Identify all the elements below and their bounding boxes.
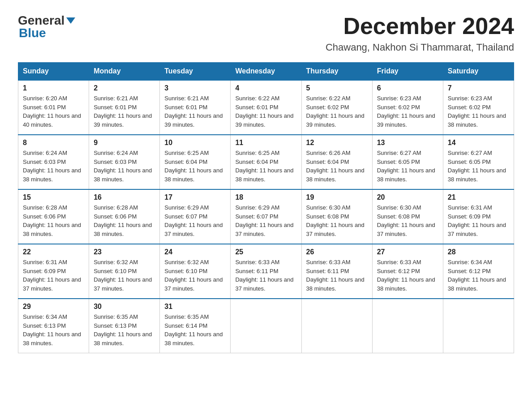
- calendar-cell: 27 Sunrise: 6:33 AMSunset: 6:12 PMDaylig…: [372, 244, 443, 299]
- calendar-cell: 28 Sunrise: 6:34 AMSunset: 6:12 PMDaylig…: [443, 244, 514, 299]
- page-header: General Blue December 2024 Chawang, Nakh…: [18, 13, 514, 53]
- calendar-cell: 30 Sunrise: 6:35 AMSunset: 6:13 PMDaylig…: [89, 299, 160, 353]
- calendar-week-row: 22 Sunrise: 6:31 AMSunset: 6:09 PMDaylig…: [18, 244, 514, 299]
- day-info: Sunrise: 6:30 AMSunset: 6:08 PMDaylight:…: [306, 203, 368, 238]
- day-number: 6: [377, 84, 438, 92]
- day-info: Sunrise: 6:33 AMSunset: 6:12 PMDaylight:…: [377, 258, 438, 293]
- day-number: 24: [164, 248, 226, 256]
- day-number: 10: [164, 139, 226, 147]
- day-info: Sunrise: 6:27 AMSunset: 6:05 PMDaylight:…: [377, 149, 438, 184]
- calendar-cell: 26 Sunrise: 6:33 AMSunset: 6:11 PMDaylig…: [301, 244, 372, 299]
- day-info: Sunrise: 6:21 AMSunset: 6:01 PMDaylight:…: [164, 94, 226, 129]
- weekday-header-wednesday: Wednesday: [231, 63, 301, 81]
- day-info: Sunrise: 6:21 AMSunset: 6:01 PMDaylight:…: [94, 94, 155, 129]
- day-number: 7: [448, 84, 509, 92]
- day-info: Sunrise: 6:22 AMSunset: 6:02 PMDaylight:…: [306, 94, 368, 129]
- calendar-cell: [372, 299, 443, 353]
- day-number: 23: [94, 248, 155, 256]
- day-info: Sunrise: 6:33 AMSunset: 6:11 PMDaylight:…: [306, 258, 368, 293]
- calendar-cell: 1 Sunrise: 6:20 AMSunset: 6:01 PMDayligh…: [18, 80, 89, 135]
- day-info: Sunrise: 6:34 AMSunset: 6:12 PMDaylight:…: [448, 258, 509, 293]
- calendar-cell: 11 Sunrise: 6:25 AMSunset: 6:04 PMDaylig…: [231, 135, 301, 189]
- day-info: Sunrise: 6:27 AMSunset: 6:05 PMDaylight:…: [448, 149, 509, 184]
- day-info: Sunrise: 6:28 AMSunset: 6:06 PMDaylight:…: [23, 203, 84, 238]
- calendar-cell: [231, 299, 301, 353]
- day-number: 19: [306, 193, 368, 201]
- calendar-cell: 23 Sunrise: 6:32 AMSunset: 6:10 PMDaylig…: [89, 244, 160, 299]
- calendar-cell: 17 Sunrise: 6:29 AMSunset: 6:07 PMDaylig…: [160, 189, 231, 244]
- day-number: 18: [235, 193, 296, 201]
- calendar-week-row: 1 Sunrise: 6:20 AMSunset: 6:01 PMDayligh…: [18, 80, 514, 135]
- calendar-week-row: 8 Sunrise: 6:24 AMSunset: 6:03 PMDayligh…: [18, 135, 514, 189]
- logo-arrow-icon: [66, 17, 75, 24]
- weekday-header-friday: Friday: [372, 63, 443, 81]
- calendar-cell: 10 Sunrise: 6:25 AMSunset: 6:04 PMDaylig…: [160, 135, 231, 189]
- title-section: December 2024 Chawang, Nakhon Si Thammar…: [326, 13, 514, 53]
- weekday-header-row: SundayMondayTuesdayWednesdayThursdayFrid…: [18, 63, 514, 81]
- calendar-cell: 16 Sunrise: 6:28 AMSunset: 6:06 PMDaylig…: [89, 189, 160, 244]
- calendar-cell: 25 Sunrise: 6:33 AMSunset: 6:11 PMDaylig…: [231, 244, 301, 299]
- day-info: Sunrise: 6:29 AMSunset: 6:07 PMDaylight:…: [235, 203, 296, 238]
- day-number: 15: [23, 193, 84, 201]
- day-info: Sunrise: 6:28 AMSunset: 6:06 PMDaylight:…: [94, 203, 155, 238]
- calendar-cell: 14 Sunrise: 6:27 AMSunset: 6:05 PMDaylig…: [443, 135, 514, 189]
- day-number: 27: [377, 248, 438, 256]
- calendar-week-row: 29 Sunrise: 6:34 AMSunset: 6:13 PMDaylig…: [18, 299, 514, 353]
- day-info: Sunrise: 6:31 AMSunset: 6:09 PMDaylight:…: [23, 258, 84, 293]
- day-number: 22: [23, 248, 84, 256]
- day-info: Sunrise: 6:26 AMSunset: 6:04 PMDaylight:…: [306, 149, 368, 184]
- day-info: Sunrise: 6:34 AMSunset: 6:13 PMDaylight:…: [23, 313, 84, 347]
- day-number: 9: [94, 139, 155, 147]
- calendar-cell: 5 Sunrise: 6:22 AMSunset: 6:02 PMDayligh…: [301, 80, 372, 135]
- day-number: 17: [164, 193, 226, 201]
- weekday-header-sunday: Sunday: [18, 63, 89, 81]
- day-number: 16: [94, 193, 155, 201]
- day-number: 13: [377, 139, 438, 147]
- day-number: 2: [94, 84, 155, 92]
- day-number: 26: [306, 248, 368, 256]
- day-info: Sunrise: 6:32 AMSunset: 6:10 PMDaylight:…: [94, 258, 155, 293]
- calendar-cell: [301, 299, 372, 353]
- location-title: Chawang, Nakhon Si Thammarat, Thailand: [326, 42, 514, 53]
- day-info: Sunrise: 6:23 AMSunset: 6:02 PMDaylight:…: [377, 94, 438, 129]
- calendar-cell: 7 Sunrise: 6:23 AMSunset: 6:02 PMDayligh…: [443, 80, 514, 135]
- day-info: Sunrise: 6:23 AMSunset: 6:02 PMDaylight:…: [448, 94, 509, 129]
- calendar-cell: 6 Sunrise: 6:23 AMSunset: 6:02 PMDayligh…: [372, 80, 443, 135]
- day-info: Sunrise: 6:25 AMSunset: 6:04 PMDaylight:…: [235, 149, 296, 184]
- day-info: Sunrise: 6:24 AMSunset: 6:03 PMDaylight:…: [94, 149, 155, 184]
- day-number: 21: [448, 193, 509, 201]
- calendar-cell: 12 Sunrise: 6:26 AMSunset: 6:04 PMDaylig…: [301, 135, 372, 189]
- logo-blue-text: Blue: [18, 26, 46, 40]
- calendar-cell: 20 Sunrise: 6:30 AMSunset: 6:08 PMDaylig…: [372, 189, 443, 244]
- day-number: 20: [377, 193, 438, 201]
- day-number: 12: [306, 139, 368, 147]
- calendar-cell: 21 Sunrise: 6:31 AMSunset: 6:09 PMDaylig…: [443, 189, 514, 244]
- calendar-cell: 3 Sunrise: 6:21 AMSunset: 6:01 PMDayligh…: [160, 80, 231, 135]
- calendar-cell: 19 Sunrise: 6:30 AMSunset: 6:08 PMDaylig…: [301, 189, 372, 244]
- day-info: Sunrise: 6:25 AMSunset: 6:04 PMDaylight:…: [164, 149, 226, 184]
- calendar-cell: 24 Sunrise: 6:32 AMSunset: 6:10 PMDaylig…: [160, 244, 231, 299]
- day-info: Sunrise: 6:35 AMSunset: 6:14 PMDaylight:…: [164, 313, 226, 347]
- day-number: 1: [23, 84, 84, 92]
- day-info: Sunrise: 6:30 AMSunset: 6:08 PMDaylight:…: [377, 203, 438, 238]
- day-number: 3: [164, 84, 226, 92]
- weekday-header-thursday: Thursday: [301, 63, 372, 81]
- day-number: 5: [306, 84, 368, 92]
- calendar-cell: 8 Sunrise: 6:24 AMSunset: 6:03 PMDayligh…: [18, 135, 89, 189]
- weekday-header-monday: Monday: [89, 63, 160, 81]
- day-info: Sunrise: 6:20 AMSunset: 6:01 PMDaylight:…: [23, 94, 84, 129]
- logo: General Blue: [18, 13, 75, 40]
- day-info: Sunrise: 6:33 AMSunset: 6:11 PMDaylight:…: [235, 258, 296, 293]
- day-number: 11: [235, 139, 296, 147]
- weekday-header-saturday: Saturday: [443, 63, 514, 81]
- day-info: Sunrise: 6:31 AMSunset: 6:09 PMDaylight:…: [448, 203, 509, 238]
- calendar-week-row: 15 Sunrise: 6:28 AMSunset: 6:06 PMDaylig…: [18, 189, 514, 244]
- day-number: 29: [23, 303, 84, 311]
- day-info: Sunrise: 6:29 AMSunset: 6:07 PMDaylight:…: [164, 203, 226, 238]
- day-info: Sunrise: 6:35 AMSunset: 6:13 PMDaylight:…: [94, 313, 155, 347]
- day-info: Sunrise: 6:24 AMSunset: 6:03 PMDaylight:…: [23, 149, 84, 184]
- day-number: 30: [94, 303, 155, 311]
- calendar-cell: 29 Sunrise: 6:34 AMSunset: 6:13 PMDaylig…: [18, 299, 89, 353]
- day-number: 14: [448, 139, 509, 147]
- weekday-header-tuesday: Tuesday: [160, 63, 231, 81]
